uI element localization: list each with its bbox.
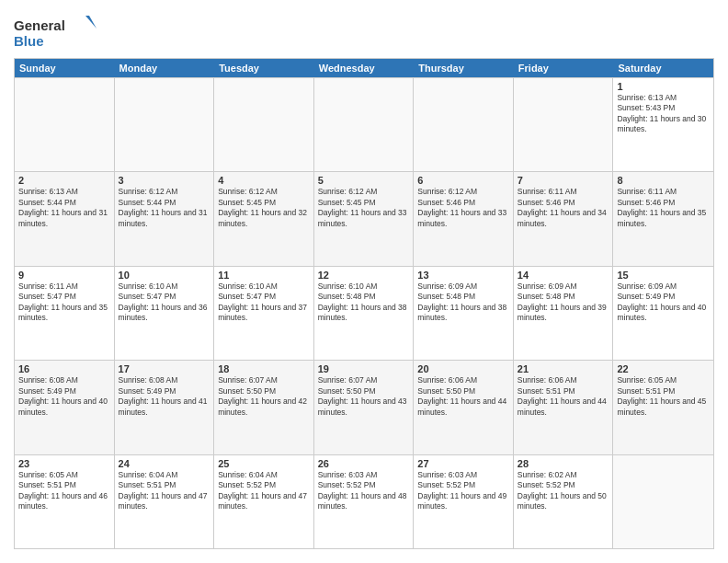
day-cell	[613, 455, 713, 548]
week-row-3: 9Sunrise: 6:11 AM Sunset: 5:47 PM Daylig…	[15, 266, 713, 360]
day-info: Sunrise: 6:09 AM Sunset: 5:48 PM Dayligh…	[518, 282, 609, 324]
day-number: 12	[318, 270, 410, 281]
day-info: Sunrise: 6:09 AM Sunset: 5:48 PM Dayligh…	[417, 282, 509, 324]
day-number: 24	[119, 458, 210, 469]
day-info: Sunrise: 6:12 AM Sunset: 5:45 PM Dayligh…	[218, 187, 310, 229]
day-number: 6	[417, 175, 509, 186]
day-cell: 9Sunrise: 6:11 AM Sunset: 5:47 PM Daylig…	[15, 267, 115, 360]
day-cell: 21Sunrise: 6:06 AM Sunset: 5:51 PM Dayli…	[514, 361, 614, 454]
day-info: Sunrise: 6:09 AM Sunset: 5:49 PM Dayligh…	[617, 282, 710, 324]
day-cell: 20Sunrise: 6:06 AM Sunset: 5:50 PM Dayli…	[414, 361, 514, 454]
day-header-wednesday: Wednesday	[314, 59, 415, 77]
day-cell: 23Sunrise: 6:05 AM Sunset: 5:51 PM Dayli…	[15, 455, 115, 548]
day-info: Sunrise: 6:03 AM Sunset: 5:52 PM Dayligh…	[417, 470, 509, 512]
day-cell: 17Sunrise: 6:08 AM Sunset: 5:49 PM Dayli…	[115, 361, 215, 454]
day-number: 25	[218, 458, 310, 469]
day-number: 7	[518, 175, 609, 186]
day-header-friday: Friday	[514, 59, 614, 77]
day-info: Sunrise: 6:10 AM Sunset: 5:47 PM Dayligh…	[218, 282, 310, 324]
day-cell: 11Sunrise: 6:10 AM Sunset: 5:47 PM Dayli…	[214, 267, 314, 360]
page: General Blue SundayMondayTuesdayWednesda…	[0, 0, 728, 563]
day-cell	[214, 78, 314, 171]
day-header-thursday: Thursday	[414, 59, 514, 77]
day-info: Sunrise: 6:13 AM Sunset: 5:44 PM Dayligh…	[18, 187, 110, 229]
day-info: Sunrise: 6:02 AM Sunset: 5:52 PM Dayligh…	[518, 470, 609, 512]
day-cell: 1Sunrise: 6:13 AM Sunset: 5:43 PM Daylig…	[613, 78, 713, 171]
day-cell: 27Sunrise: 6:03 AM Sunset: 5:52 PM Dayli…	[414, 455, 514, 548]
day-number: 20	[417, 363, 509, 374]
day-headers: SundayMondayTuesdayWednesdayThursdayFrid…	[15, 59, 713, 77]
day-header-tuesday: Tuesday	[214, 59, 314, 77]
svg-text:Blue: Blue	[14, 33, 44, 49]
day-info: Sunrise: 6:08 AM Sunset: 5:49 PM Dayligh…	[18, 375, 110, 418]
day-number: 5	[318, 175, 410, 186]
day-number: 8	[617, 175, 710, 186]
day-cell: 19Sunrise: 6:07 AM Sunset: 5:50 PM Dayli…	[314, 361, 415, 454]
calendar: SundayMondayTuesdayWednesdayThursdayFrid…	[14, 58, 714, 549]
day-info: Sunrise: 6:04 AM Sunset: 5:51 PM Dayligh…	[119, 470, 210, 512]
day-number: 22	[617, 363, 710, 374]
day-cell: 22Sunrise: 6:05 AM Sunset: 5:51 PM Dayli…	[613, 361, 713, 454]
day-info: Sunrise: 6:11 AM Sunset: 5:46 PM Dayligh…	[518, 187, 609, 229]
day-number: 4	[218, 175, 310, 186]
svg-marker-1	[85, 16, 97, 29]
week-row-4: 16Sunrise: 6:08 AM Sunset: 5:49 PM Dayli…	[15, 360, 713, 454]
day-info: Sunrise: 6:13 AM Sunset: 5:43 PM Dayligh…	[617, 93, 710, 135]
weeks-container: 1Sunrise: 6:13 AM Sunset: 5:43 PM Daylig…	[15, 77, 713, 548]
day-info: Sunrise: 6:08 AM Sunset: 5:49 PM Dayligh…	[119, 375, 210, 418]
day-number: 28	[518, 458, 609, 469]
day-cell	[414, 78, 514, 171]
day-cell: 3Sunrise: 6:12 AM Sunset: 5:44 PM Daylig…	[115, 172, 215, 265]
day-number: 15	[617, 270, 710, 281]
day-number: 17	[119, 363, 210, 374]
day-header-monday: Monday	[115, 59, 215, 77]
day-cell	[115, 78, 215, 171]
day-number: 1	[617, 81, 710, 92]
day-info: Sunrise: 6:11 AM Sunset: 5:46 PM Dayligh…	[617, 187, 710, 229]
day-info: Sunrise: 6:04 AM Sunset: 5:52 PM Dayligh…	[218, 470, 310, 512]
header: General Blue	[14, 14, 714, 51]
day-cell: 18Sunrise: 6:07 AM Sunset: 5:50 PM Dayli…	[214, 361, 314, 454]
day-info: Sunrise: 6:12 AM Sunset: 5:44 PM Dayligh…	[119, 187, 210, 229]
day-cell: 4Sunrise: 6:12 AM Sunset: 5:45 PM Daylig…	[214, 172, 314, 265]
day-header-sunday: Sunday	[15, 59, 115, 77]
day-cell	[15, 78, 115, 171]
day-info: Sunrise: 6:06 AM Sunset: 5:50 PM Dayligh…	[417, 375, 509, 418]
day-cell: 26Sunrise: 6:03 AM Sunset: 5:52 PM Dayli…	[314, 455, 415, 548]
day-number: 14	[518, 270, 609, 281]
day-cell: 16Sunrise: 6:08 AM Sunset: 5:49 PM Dayli…	[15, 361, 115, 454]
day-info: Sunrise: 6:07 AM Sunset: 5:50 PM Dayligh…	[218, 375, 310, 418]
day-info: Sunrise: 6:05 AM Sunset: 5:51 PM Dayligh…	[617, 375, 710, 418]
day-number: 10	[119, 270, 210, 281]
week-row-1: 1Sunrise: 6:13 AM Sunset: 5:43 PM Daylig…	[15, 77, 713, 171]
day-number: 2	[18, 175, 110, 186]
day-cell: 7Sunrise: 6:11 AM Sunset: 5:46 PM Daylig…	[514, 172, 614, 265]
day-number: 21	[518, 363, 609, 374]
day-cell: 10Sunrise: 6:10 AM Sunset: 5:47 PM Dayli…	[115, 267, 215, 360]
week-row-2: 2Sunrise: 6:13 AM Sunset: 5:44 PM Daylig…	[15, 171, 713, 265]
day-number: 11	[218, 270, 310, 281]
logo: General Blue	[14, 14, 97, 51]
week-row-5: 23Sunrise: 6:05 AM Sunset: 5:51 PM Dayli…	[15, 454, 713, 548]
day-cell: 2Sunrise: 6:13 AM Sunset: 5:44 PM Daylig…	[15, 172, 115, 265]
day-number: 19	[318, 363, 410, 374]
day-info: Sunrise: 6:03 AM Sunset: 5:52 PM Dayligh…	[318, 470, 410, 512]
day-cell	[514, 78, 614, 171]
day-number: 16	[18, 363, 110, 374]
day-info: Sunrise: 6:12 AM Sunset: 5:46 PM Dayligh…	[417, 187, 509, 229]
day-number: 18	[218, 363, 310, 374]
day-number: 3	[119, 175, 210, 186]
day-cell: 28Sunrise: 6:02 AM Sunset: 5:52 PM Dayli…	[514, 455, 614, 548]
day-info: Sunrise: 6:05 AM Sunset: 5:51 PM Dayligh…	[18, 470, 110, 512]
day-cell: 14Sunrise: 6:09 AM Sunset: 5:48 PM Dayli…	[514, 267, 614, 360]
day-number: 27	[417, 458, 509, 469]
day-number: 26	[318, 458, 410, 469]
day-cell: 6Sunrise: 6:12 AM Sunset: 5:46 PM Daylig…	[414, 172, 514, 265]
day-cell: 12Sunrise: 6:10 AM Sunset: 5:48 PM Dayli…	[314, 267, 415, 360]
day-cell: 13Sunrise: 6:09 AM Sunset: 5:48 PM Dayli…	[414, 267, 514, 360]
day-number: 23	[18, 458, 110, 469]
day-cell: 8Sunrise: 6:11 AM Sunset: 5:46 PM Daylig…	[613, 172, 713, 265]
day-info: Sunrise: 6:10 AM Sunset: 5:48 PM Dayligh…	[318, 282, 410, 324]
day-cell: 25Sunrise: 6:04 AM Sunset: 5:52 PM Dayli…	[214, 455, 314, 548]
day-info: Sunrise: 6:07 AM Sunset: 5:50 PM Dayligh…	[318, 375, 410, 418]
